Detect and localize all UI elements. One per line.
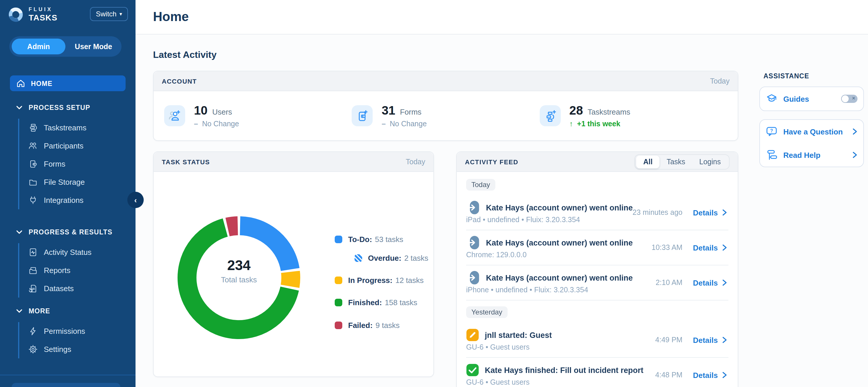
mode-admin-button[interactable]: Admin xyxy=(12,38,65,54)
read-help-icon xyxy=(766,149,777,161)
have-a-question-link[interactable]: ? Have a Question xyxy=(760,120,863,143)
sidebar-item-label: Forms xyxy=(44,159,65,168)
guides-row[interactable]: Guides × xyxy=(760,87,863,111)
details-link[interactable]: Details xyxy=(693,370,727,379)
help-card: ? Have a Question xyxy=(760,119,864,167)
add-taskstream-icon xyxy=(539,105,560,126)
lightning-icon xyxy=(29,327,37,335)
sidebar-item-label: Taskstreams xyxy=(44,123,87,132)
task-started-icon xyxy=(466,329,479,341)
sidebar-item-label: Reports xyxy=(44,266,70,275)
brand-logo[interactable]: FLUIX TASKS xyxy=(8,6,58,22)
stat-change: No Change xyxy=(202,120,239,128)
details-link[interactable]: Details xyxy=(693,335,727,344)
tab-logins[interactable]: Logins xyxy=(692,155,728,168)
up-trend-icon: ↑ xyxy=(569,120,573,128)
chevron-down-icon xyxy=(17,105,22,110)
sidebar-item-taskstreams[interactable]: Taskstreams xyxy=(19,119,126,137)
legend-item-finished: Finished: 158 tasks xyxy=(335,295,429,309)
datasets-icon xyxy=(29,284,37,293)
legend-label: To-Do: xyxy=(348,235,372,243)
process-setup-items: Taskstreams Participants xyxy=(18,119,126,209)
main-area: Home Latest Activity ACCOUNT Today xyxy=(135,0,868,387)
stat-label: Forms xyxy=(400,108,422,116)
sidebar-profile-pill[interactable] xyxy=(12,383,120,387)
sidebar-item-label: Activity Status xyxy=(44,248,91,257)
entry-meta: iPhone • undefined • Fluix: 3.20.3.354 xyxy=(466,286,728,295)
sidebar-item-forms[interactable]: Forms xyxy=(19,155,126,173)
sidebar-item-integrations[interactable]: Integrations xyxy=(19,191,126,209)
activity-status-icon xyxy=(29,248,37,257)
sidebar-collapse-button[interactable]: ‹ xyxy=(127,192,144,208)
stat-users: 10 Users – No Change xyxy=(164,103,352,128)
sidebar-section-more[interactable]: MORE xyxy=(10,307,126,315)
read-help-label: Read Help xyxy=(783,151,846,159)
main-header: Home xyxy=(135,0,868,34)
sidebar-item-datasets[interactable]: Datasets xyxy=(19,279,126,298)
progress-results-items: Activity Status Reports xyxy=(18,243,126,298)
sidebar-item-home[interactable]: HOME xyxy=(10,76,126,91)
task-status-body: 234 Total tasks To-Do: 53 tasks xyxy=(154,172,433,378)
flat-trend-icon: – xyxy=(382,120,386,128)
sidebar-item-label: File Storage xyxy=(44,178,85,186)
switch-button[interactable]: Switch ▾ xyxy=(90,7,128,21)
stat-value: 28 xyxy=(569,103,583,118)
stat-label: Users xyxy=(212,108,232,116)
sidebar-item-participants[interactable]: Participants xyxy=(19,137,126,155)
donut-segment-in-progress xyxy=(290,272,290,286)
todo-swatch-icon xyxy=(335,235,342,243)
entry-time: 4:49 PM xyxy=(655,336,683,344)
have-a-question-label: Have a Question xyxy=(783,127,846,136)
legend-item-overdue: Overdue: 2 tasks xyxy=(354,251,429,265)
entry-time: 2:10 AM xyxy=(656,278,683,287)
sidebar-item-label: Permissions xyxy=(44,327,85,335)
sidebar-item-permissions[interactable]: Permissions xyxy=(19,322,126,340)
overdue-striped-swatch-icon xyxy=(354,254,362,262)
sidebar-divider xyxy=(0,375,135,375)
legend-value: 2 tasks xyxy=(404,254,428,262)
assistance-panel: ASSISTANCE Guides × xyxy=(760,72,864,167)
sidebar-section-progress-results[interactable]: PROGRESS & RESULTS xyxy=(10,228,126,236)
plug-icon xyxy=(29,196,37,205)
chevron-right-icon xyxy=(722,244,727,251)
sidebar-section-label: PROGRESS & RESULTS xyxy=(29,229,113,236)
details-link[interactable]: Details xyxy=(693,243,727,252)
mode-toggle: Admin User Mode xyxy=(9,36,122,57)
activity-feed-body: Today Kate Hays (account owner) went onl… xyxy=(457,172,738,387)
tab-all[interactable]: All xyxy=(636,155,659,168)
account-card: ACCOUNT Today xyxy=(153,71,738,141)
read-help-link[interactable]: Read Help xyxy=(760,143,863,167)
chevron-down-icon xyxy=(17,309,22,313)
feed-entry[interactable]: Kate Hays (account owner) went online iP… xyxy=(466,195,728,230)
tab-tasks[interactable]: Tasks xyxy=(659,155,692,168)
entry-meta: GU-6 • Guest users xyxy=(466,378,728,387)
legend-value: 158 tasks xyxy=(385,298,417,307)
task-finished-icon xyxy=(466,364,479,377)
guides-toggle[interactable]: × xyxy=(841,95,858,103)
task-status-donut[interactable]: 234 Total tasks xyxy=(177,215,301,340)
account-period: Today xyxy=(710,77,730,85)
feed-entry[interactable]: Kate Hays finished: Fill out incident re… xyxy=(466,358,728,387)
details-link[interactable]: Details xyxy=(693,278,727,287)
feed-entry[interactable]: jnll started: Guest GU-6 • Guest users 4… xyxy=(466,323,728,358)
forms-icon xyxy=(29,159,37,168)
feed-entry[interactable]: Kate Hays (account owner) went online Ch… xyxy=(466,230,728,265)
sidebar-item-reports[interactable]: Reports xyxy=(19,261,126,279)
sidebar-section-process-setup[interactable]: PROCESS SETUP xyxy=(10,103,126,112)
sidebar-item-activity-status[interactable]: Activity Status xyxy=(19,243,126,261)
account-stats: 10 Users – No Change xyxy=(154,91,738,140)
svg-text:?: ? xyxy=(770,128,773,133)
page-title: Home xyxy=(153,9,189,25)
feed-entry[interactable]: Kate Hays (account owner) went online iP… xyxy=(466,265,728,300)
mode-user-button[interactable]: User Mode xyxy=(65,36,122,57)
details-link[interactable]: Details xyxy=(693,208,727,217)
sidebar-item-file-storage[interactable]: File Storage xyxy=(19,173,126,191)
entry-title: Kate Hays (account owner) went online xyxy=(486,203,633,212)
sidebar-item-settings[interactable]: Settings xyxy=(19,340,126,358)
fluix-logo-icon xyxy=(8,7,23,22)
chevron-right-icon xyxy=(722,209,727,216)
participants-icon xyxy=(29,142,37,150)
stat-label: Taskstreams xyxy=(588,108,630,116)
activity-feed-title: ACTIVITY FEED xyxy=(465,158,518,165)
toggle-knob xyxy=(842,95,849,102)
